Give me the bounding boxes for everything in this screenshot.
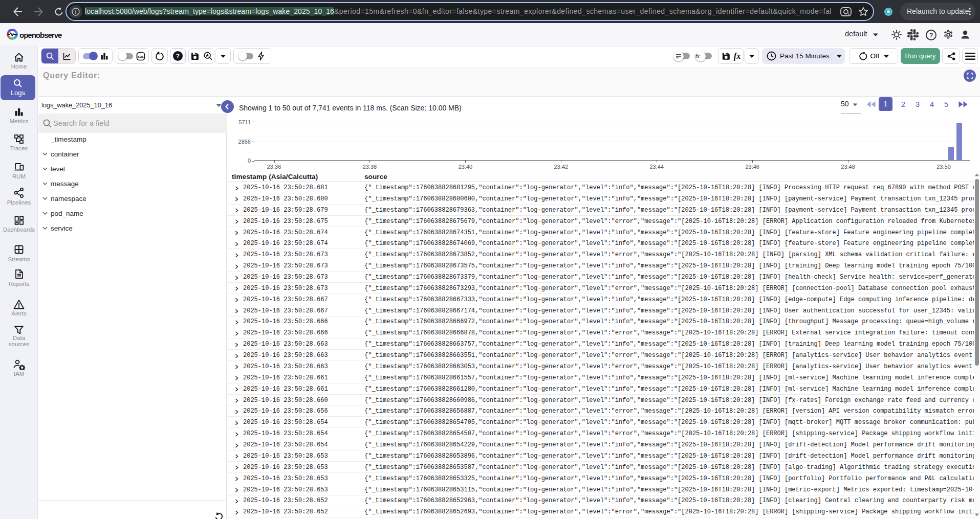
svg-text:?: ? [929,32,933,39]
svg-text:?: ? [176,53,179,60]
svg-text:SQL: SQL [137,54,144,58]
